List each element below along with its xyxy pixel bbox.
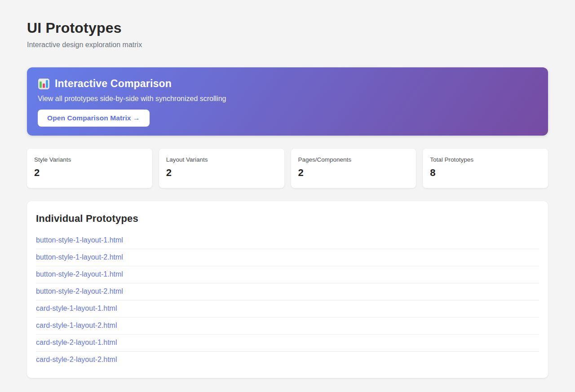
prototype-link[interactable]: button-style-1-layout-2.html <box>36 253 123 261</box>
prototype-link[interactable]: card-style-2-layout-2.html <box>36 356 117 363</box>
prototype-list: button-style-1-layout-1.htmlbutton-style… <box>36 232 539 368</box>
stat-label: Total Prototypes <box>430 156 541 163</box>
list-item: button-style-2-layout-1.html <box>36 266 539 283</box>
list-item: card-style-2-layout-2.html <box>36 352 539 368</box>
page-subtitle: Interactive design exploration matrix <box>27 41 548 49</box>
prototype-link[interactable]: card-style-2-layout-1.html <box>36 339 117 346</box>
prototype-link[interactable]: card-style-1-layout-2.html <box>36 322 117 329</box>
stat-card: Layout Variants2 <box>159 149 284 188</box>
prototype-list-heading: Individual Prototypes <box>36 213 539 225</box>
stats-row: Style Variants2Layout Variants2Pages/Com… <box>27 149 548 188</box>
open-comparison-matrix-button[interactable]: Open Comparison Matrix → <box>38 110 150 127</box>
banner-description: View all prototypes side-by-side with sy… <box>38 95 537 103</box>
list-item: card-style-2-layout-1.html <box>36 335 539 352</box>
stat-value: 8 <box>430 167 541 179</box>
page-title: UI Prototypes <box>27 20 548 36</box>
stat-value: 2 <box>166 167 277 179</box>
interactive-comparison-banner: Interactive Comparison View all prototyp… <box>27 67 548 136</box>
stat-value: 2 <box>34 167 145 179</box>
stat-label: Layout Variants <box>166 156 277 163</box>
individual-prototypes-card: Individual Prototypes button-style-1-lay… <box>27 201 548 378</box>
banner-title: Interactive Comparison <box>55 78 172 90</box>
stat-card: Total Prototypes8 <box>423 149 548 188</box>
stat-value: 2 <box>298 167 409 179</box>
list-item: card-style-1-layout-2.html <box>36 317 539 335</box>
bar-chart-icon <box>38 78 50 90</box>
stat-label: Style Variants <box>34 156 145 163</box>
page-container: UI Prototypes Interactive design explora… <box>27 0 548 392</box>
stat-label: Pages/Components <box>298 156 409 163</box>
prototype-link[interactable]: button-style-2-layout-2.html <box>36 287 123 295</box>
list-item: button-style-1-layout-2.html <box>36 249 539 266</box>
stat-card: Style Variants2 <box>27 149 152 188</box>
prototype-link[interactable]: card-style-1-layout-1.html <box>36 304 117 312</box>
stat-card: Pages/Components2 <box>291 149 416 188</box>
banner-title-row: Interactive Comparison <box>38 78 537 90</box>
list-item: button-style-2-layout-2.html <box>36 283 539 300</box>
list-item: card-style-1-layout-1.html <box>36 300 539 317</box>
prototype-link[interactable]: button-style-1-layout-1.html <box>36 236 123 244</box>
prototype-link[interactable]: button-style-2-layout-1.html <box>36 270 123 278</box>
list-item: button-style-1-layout-1.html <box>36 232 539 249</box>
